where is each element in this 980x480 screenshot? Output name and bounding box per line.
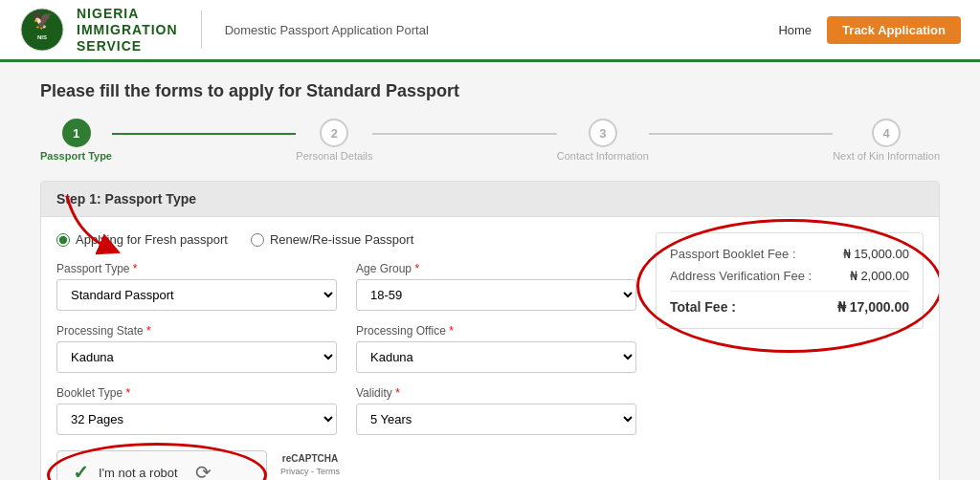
- booklet-type-select[interactable]: 32 Pages: [56, 404, 337, 435]
- processing-state-required: *: [146, 324, 151, 338]
- total-fee-row: Total Fee : ₦ 17,000.00: [670, 291, 909, 315]
- step-1: 1 Passport Type: [40, 119, 112, 162]
- radio-renew-input[interactable]: [251, 233, 264, 247]
- step-3-label: Contact Information: [557, 150, 649, 162]
- captcha-brand: reCAPTCHA Privacy - Terms: [277, 452, 344, 478]
- booklet-fee-label: Passport Booklet Fee :: [670, 247, 796, 261]
- radio-renew-text: Renew/Re-issue Passport: [270, 232, 413, 247]
- radio-fresh-input[interactable]: [56, 233, 70, 247]
- recaptcha-privacy-text: Privacy - Terms: [277, 466, 344, 478]
- radio-renew-label[interactable]: Renew/Re-issue Passport: [251, 232, 413, 247]
- form-card: Step 1: Passport Type Applying for Fresh…: [40, 181, 940, 480]
- track-application-button[interactable]: Track Application: [827, 16, 961, 44]
- page-heading: Please fill the forms to apply for Stand…: [40, 81, 940, 101]
- nigeria-immigration-logo: 🦅 NIS: [19, 7, 65, 53]
- step-bar-1-2: [112, 133, 296, 135]
- step-4-circle: 4: [872, 119, 901, 147]
- processing-state-group: Processing State * Kaduna: [56, 324, 337, 373]
- step-4-label: Next of Kin Information: [833, 150, 940, 162]
- processing-office-required: *: [449, 324, 454, 338]
- age-group-select[interactable]: 18-59: [356, 279, 636, 311]
- total-fee-label: Total Fee :: [670, 299, 736, 315]
- header-left: 🦅 NIS NIGERIA IMMIGRATION SERVICE Domest…: [19, 6, 429, 54]
- recaptcha-brand-text: reCAPTCHA: [277, 452, 344, 466]
- logo-line2: IMMIGRATION: [77, 22, 178, 38]
- address-fee-row: Address Verification Fee : ₦ 2,000.00: [670, 269, 909, 283]
- address-fee-value: ₦ 2,000.00: [850, 269, 909, 283]
- step-1-label: Passport Type: [40, 150, 112, 162]
- step-3: 3 Contact Information: [557, 119, 649, 162]
- main-content: Please fill the forms to apply for Stand…: [11, 62, 969, 480]
- step-bar-3-4: [649, 133, 833, 135]
- booklet-fee-row: Passport Booklet Fee : ₦ 15,000.00: [670, 247, 909, 261]
- booklet-type-required: *: [126, 386, 131, 400]
- passport-type-group: Passport Type * Standard Passport: [56, 262, 337, 311]
- step-bar-2-3: [372, 133, 556, 135]
- step-1-circle: 1: [62, 119, 91, 147]
- radio-fresh-label[interactable]: Applying for Fresh passport: [56, 232, 228, 247]
- processing-office-select[interactable]: Kaduna: [356, 341, 636, 373]
- age-group-group: Age Group * 18-59: [356, 262, 636, 311]
- booklet-type-label: Booklet Type *: [56, 386, 337, 400]
- processing-office-label: Processing Office *: [356, 324, 636, 338]
- processing-office-group: Processing Office * Kaduna: [356, 324, 636, 373]
- validity-group: Validity * 5 Years: [356, 386, 636, 435]
- home-link[interactable]: Home: [778, 23, 812, 37]
- validity-label: Validity *: [356, 386, 636, 400]
- step-3-circle: 3: [589, 119, 617, 147]
- address-fee-label: Address Verification Fee :: [670, 269, 812, 283]
- logo-line3: SERVICE: [77, 38, 178, 55]
- validity-required: *: [395, 386, 400, 400]
- booklet-fee-value: ₦ 15,000.00: [843, 247, 909, 261]
- passport-type-select[interactable]: Standard Passport: [56, 279, 337, 311]
- fees-panel: Passport Booklet Fee : ₦ 15,000.00 Addre…: [656, 232, 924, 329]
- form-card-header: Step 1: Passport Type: [41, 182, 939, 217]
- logo-line1: NIGERIA: [77, 6, 178, 22]
- captcha-box[interactable]: ✓ I'm not a robot ⟳: [56, 450, 267, 480]
- processing-state-label: Processing State *: [56, 324, 337, 338]
- passport-application-type: Applying for Fresh passport Renew/Re-iss…: [56, 232, 636, 247]
- step-2-circle: 2: [320, 119, 348, 147]
- step-2: 2 Personal Details: [296, 119, 372, 162]
- captcha-container: ✓ I'm not a robot ⟳ reCAPTCHA Privacy - …: [56, 450, 267, 480]
- form-grid: Passport Type * Standard Passport Age Gr…: [56, 262, 636, 435]
- passport-type-label: Passport Type *: [56, 262, 337, 275]
- age-group-label: Age Group *: [356, 262, 636, 275]
- header-nav: Home Track Application: [778, 16, 961, 44]
- fees-container-wrapper: Passport Booklet Fee : ₦ 15,000.00 Addre…: [656, 232, 924, 480]
- svg-text:🦅: 🦅: [32, 10, 54, 31]
- processing-state-select[interactable]: Kaduna: [56, 341, 337, 373]
- radio-fresh-text: Applying for Fresh passport: [76, 232, 228, 247]
- age-group-required: *: [414, 262, 419, 275]
- logo-text: NIGERIA IMMIGRATION SERVICE: [77, 6, 178, 54]
- form-left: Applying for Fresh passport Renew/Re-iss…: [56, 232, 636, 480]
- booklet-type-group: Booklet Type * 32 Pages: [56, 386, 337, 435]
- recaptcha-icon: ⟳: [195, 461, 212, 480]
- progress-steps: 1 Passport Type 2 Personal Details 3 Con…: [40, 119, 940, 162]
- header-divider: [201, 11, 202, 49]
- step-2-label: Personal Details: [296, 150, 372, 162]
- captcha-checkmark-icon: ✓: [73, 461, 89, 480]
- validity-select[interactable]: 5 Years: [356, 404, 636, 435]
- step-4: 4 Next of Kin Information: [833, 119, 940, 162]
- total-fee-value: ₦ 17,000.00: [837, 299, 909, 315]
- form-card-body: Applying for Fresh passport Renew/Re-iss…: [41, 217, 939, 480]
- svg-text:NIS: NIS: [37, 34, 47, 40]
- captcha-label: I'm not a robot: [99, 466, 178, 480]
- header: 🦅 NIS NIGERIA IMMIGRATION SERVICE Domest…: [0, 0, 980, 62]
- passport-type-required: *: [133, 262, 138, 275]
- portal-title: Domestic Passport Application Portal: [225, 23, 429, 37]
